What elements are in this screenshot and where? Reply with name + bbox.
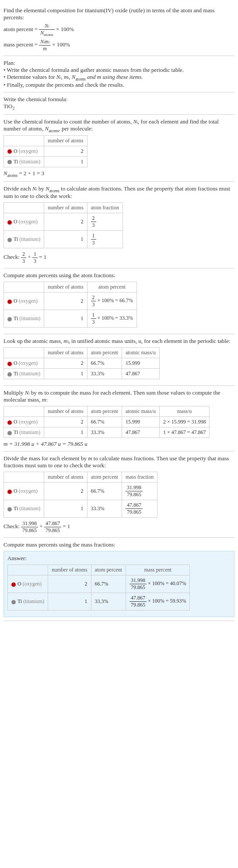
plan-b2-pre: • Determine values for [4, 74, 56, 80]
check-frac2: 47.86779.865 [44, 520, 61, 534]
ti-den: 79.865 [126, 509, 143, 515]
molmass-title: Multiply Nᵢ by mᵢ to compute the mass fo… [4, 389, 234, 403]
mass-pre: Look up the atomic mass, [4, 338, 63, 344]
ti-frac-den: 3 [91, 240, 96, 246]
count-sum: Natoms = 2 + 1 = 3 [4, 170, 234, 178]
table-row: O (oxygen) 2 23 × 100% = 66.7% [4, 293, 137, 310]
mm-m: m [42, 396, 46, 403]
o-frac: 31.99879.865 [126, 484, 143, 498]
c2-num: 47.867 [44, 520, 61, 527]
table-row: O (oxygen) 2 66.7% 15.999 2 × 15.999 = 3… [4, 417, 210, 427]
mm-h-mass: atomic mass/u [122, 406, 159, 417]
mass-title: Look up the atomic mass, mᵢ, in unified … [4, 338, 234, 345]
count-header-num: number of atoms [44, 136, 87, 146]
o-pct: × 100% = 66.7% [96, 298, 133, 304]
atompct-table: number of atomsatom percent O (oxygen) 2… [4, 282, 137, 328]
ti-frac: 47.86779.865 [130, 595, 147, 608]
titanium-swatch-icon [11, 600, 16, 604]
elem-symbol: Ti [14, 429, 18, 435]
elem-symbol: O [14, 298, 18, 304]
o-n: 2 [44, 417, 87, 427]
elem-symbol: O [14, 360, 18, 366]
mm-h-pct: atom percent [87, 406, 122, 417]
oxygen-swatch-icon [7, 362, 12, 366]
elem-symbol: Ti [14, 159, 18, 165]
mp-h-pct: atom percent [91, 565, 126, 575]
check-frac1: 31.99879.865 [21, 520, 38, 534]
masspct-title: Compute mass percents using the mass fra… [4, 541, 234, 548]
o-pct: 66.7% [87, 358, 122, 369]
elem-name: (titanium) [19, 429, 40, 435]
mm-mid: by [29, 389, 38, 396]
elem-symbol: O [14, 148, 18, 154]
mp-h-num: number of atoms [48, 565, 91, 575]
atom-percent-fraction: Nᵢ Natoms [39, 23, 55, 37]
table-row: O (oxygen) 2 [4, 146, 88, 157]
titanium-swatch-icon [7, 507, 12, 512]
oxygen-swatch-icon [11, 582, 16, 587]
mass-section: Look up the atomic mass, mᵢ, in unified … [4, 334, 234, 386]
plan-bullet-3: • Finally, compute the percents and chec… [4, 81, 234, 88]
ti-frac: 13 [91, 312, 96, 325]
ti-frac: 13 [91, 233, 96, 246]
c2-den: 3 [32, 258, 38, 265]
check-frac2: 13 [32, 251, 38, 265]
elem-name: (titanium) [19, 505, 40, 512]
oxygen-swatch-icon [7, 420, 12, 425]
intro-section: Find the elemental composition for titan… [4, 4, 234, 56]
ti-n: 1 [44, 231, 87, 248]
check-pre: Check: [4, 254, 21, 261]
mm-h-mu: mass/u [159, 406, 210, 417]
elem-symbol: O [14, 219, 18, 225]
ti-mu: 1 × 47.867 = 47.867 [159, 427, 210, 438]
mf-h-pct: atom percent [87, 472, 122, 483]
o-n: 2 [44, 358, 87, 369]
o-n: 2 [44, 483, 87, 500]
count-title: Use the chemical formula to count the nu… [4, 118, 234, 133]
ti-m: 47.867 [122, 369, 159, 379]
massfrac-table: number of atomsatom percentmass fraction… [4, 472, 158, 518]
check-pre: Check: [4, 523, 21, 530]
count-sub: atoms [49, 128, 59, 133]
titanium-swatch-icon [7, 238, 12, 242]
mm-ni: Nᵢ [25, 389, 30, 396]
elem-name: (titanium) [23, 598, 44, 604]
elem-symbol: Ti [14, 236, 18, 242]
massfrac-title: Divide the mass for each element by m to… [4, 455, 234, 469]
elem-symbol: Ti [14, 370, 18, 377]
oxygen-swatch-icon [7, 490, 12, 494]
o-den: 3 [91, 301, 96, 308]
af-ni: Nᵢ [32, 185, 37, 192]
ap-h-num: number of atoms [44, 282, 87, 293]
plan-b2-vars: Nᵢ, mᵢ, N [56, 74, 76, 80]
ti-frac: 47.86779.865 [126, 502, 143, 515]
plan-section: Plan: • Write the chemical formula and g… [4, 56, 234, 92]
ti-res: × 100% = 59.93% [147, 598, 186, 604]
elem-name: (oxygen) [19, 298, 38, 304]
o-count: 2 [44, 146, 87, 157]
ti-n: 1 [44, 427, 87, 438]
ti-den: 79.865 [130, 602, 147, 608]
oxygen-swatch-icon [7, 220, 12, 225]
table-row: O (oxygen) 2 66.7% 31.99879.865 [4, 483, 158, 500]
plan-b2-sub: atoms [76, 77, 86, 81]
table-row: O (oxygen) 2 23 [4, 213, 123, 231]
o-den: 79.865 [130, 584, 147, 591]
formula-sub: 2 [12, 106, 14, 111]
mass-table: number of atomsatom percentatomic mass/u… [4, 347, 160, 379]
frac-num: Nᵢmᵢ [40, 39, 49, 45]
molmass-table: number of atomsatom percentatomic mass/u… [4, 406, 210, 438]
mf-h-frac: mass fraction [122, 472, 157, 483]
atom-percent-formula: atom percent = Nᵢ Natoms × 100% [4, 23, 234, 37]
c2-den: 79.865 [44, 527, 61, 534]
c1-num: 2 [21, 251, 26, 258]
formula-text: TiO [4, 103, 12, 109]
elem-symbol: Ti [14, 315, 18, 321]
sum-eq: = 2 + 1 = 3 [18, 170, 44, 176]
ti-n: 1 [44, 500, 87, 518]
table-row: Ti (titanium) 1 13 × 100% = 33.3% [4, 310, 137, 328]
titanium-swatch-icon [7, 160, 12, 164]
mm-pre: Multiply [4, 389, 25, 396]
m-h-pct: atom percent [87, 348, 122, 358]
c1-den: 3 [21, 258, 26, 265]
